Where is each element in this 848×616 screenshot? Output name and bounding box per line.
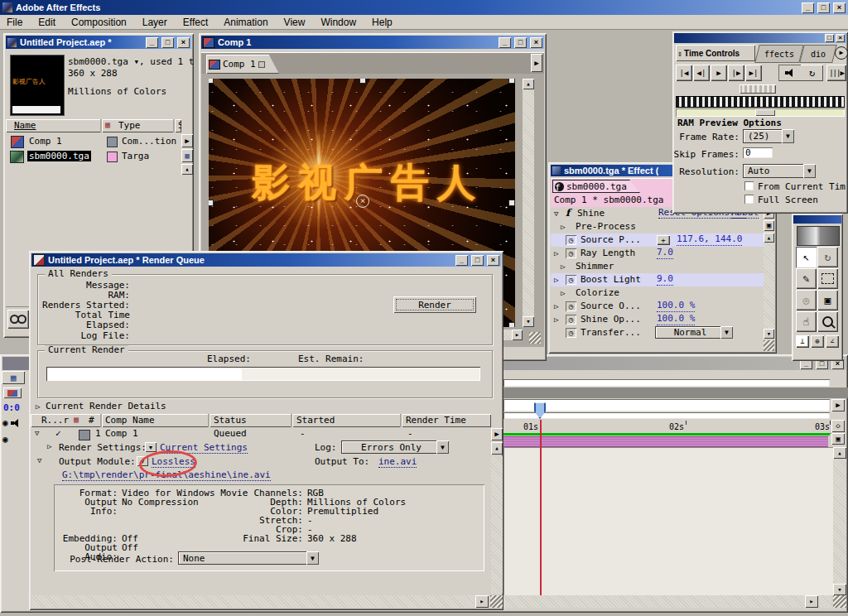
- time-ruler[interactable]: 01s 02s 03s: [504, 420, 831, 434]
- tab-effect-sbm0000[interactable]: f sbm0000.tga: [552, 180, 640, 193]
- hand-tool-button[interactable]: ☝: [796, 311, 817, 332]
- log-dropdown[interactable]: Errors Only ▼: [341, 440, 449, 454]
- palette-maximize-icon[interactable]: □: [825, 34, 834, 42]
- audio-button[interactable]: [778, 65, 801, 81]
- ram-preview-button[interactable]: |||▶: [826, 65, 846, 81]
- timeline-resize-grip[interactable]: [833, 595, 846, 608]
- timeline-hscrollbar[interactable]: ▸: [504, 595, 831, 608]
- project-close-icon[interactable]: ×: [177, 37, 190, 48]
- column-comp-name[interactable]: Comp Name: [105, 415, 155, 426]
- effect-row-source-point[interactable]: ◷ Source P... + 117.6, 144.0: [551, 233, 764, 247]
- world-axis-button[interactable]: ⊕: [811, 335, 824, 348]
- panel-expand-icon[interactable]: ▶: [491, 428, 503, 440]
- layer-handle[interactable]: [359, 79, 366, 84]
- twirl-open-icon[interactable]: ▽: [554, 207, 558, 220]
- project-row-footage[interactable]: sbm0000.tga Targa: [6, 149, 181, 164]
- comp-resize-grip[interactable]: [529, 332, 541, 344]
- rq-resize-grip[interactable]: [490, 595, 503, 608]
- twirl-closed-icon[interactable]: ▷: [561, 260, 565, 273]
- rotate-tool-button[interactable]: ↻: [817, 247, 838, 267]
- tab-comp1[interactable]: Comp 1: [206, 55, 279, 74]
- layer-handle[interactable]: [508, 79, 515, 84]
- app-close-icon[interactable]: ×: [833, 2, 846, 13]
- column-render[interactable]: R...r: [41, 415, 69, 426]
- effect-row-source-opacity[interactable]: ▷ ◷ Source O... 100.0 %: [551, 300, 764, 313]
- twirl-closed-icon[interactable]: ▷: [47, 442, 51, 450]
- full-screen-checkbox[interactable]: [744, 195, 754, 204]
- scroll-down-icon[interactable]: ▾: [523, 316, 534, 327]
- comp-minimize-icon[interactable]: _: [499, 37, 511, 48]
- menu-effect[interactable]: Effect: [183, 17, 208, 28]
- render-button[interactable]: Render: [393, 296, 476, 313]
- stopwatch-icon[interactable]: ◷: [566, 248, 576, 258]
- rq-hscrollbar[interactable]: [31, 595, 475, 608]
- twirl-closed-icon[interactable]: ▷: [561, 220, 565, 233]
- panel-expand-icon[interactable]: ▶: [531, 54, 542, 72]
- column-type[interactable]: Type: [118, 120, 141, 131]
- effect-row-boost-light[interactable]: ▷ ◷ Boost Light 9.0: [551, 273, 764, 286]
- comp-maximize-icon[interactable]: □: [514, 37, 527, 48]
- twirl-closed-icon[interactable]: ▷: [561, 286, 565, 300]
- twirl-open-icon[interactable]: ▽: [35, 429, 39, 437]
- col-sep[interactable]: [400, 414, 402, 427]
- dropdown-arrow-icon[interactable]: ▼: [436, 440, 449, 454]
- palette-menu-icon[interactable]: ▶: [835, 46, 848, 60]
- queue-row[interactable]: ▽ ✓ 1 Comp 1 Queued - -: [31, 428, 491, 440]
- comp-marker-icon[interactable]: ◇: [831, 420, 845, 432]
- scroll-up-icon[interactable]: ▴: [181, 164, 193, 175]
- column-status[interactable]: Status: [214, 415, 247, 426]
- frame-rate-dropdown[interactable]: (25) ▼: [743, 129, 794, 143]
- loop-button[interactable]: ↻: [801, 65, 823, 81]
- render-queue-titlebar[interactable]: Untitled Project.aep * Render Queue _ □ …: [31, 253, 501, 267]
- from-current-time-checkbox[interactable]: [744, 181, 754, 190]
- timeline-vscrollbar[interactable]: ▴ ▾: [833, 447, 846, 595]
- effect-row-shine-opacity[interactable]: ▷ ◷ Shine Op... 100.0 %: [551, 313, 764, 326]
- dropdown-arrow-icon[interactable]: ▼: [782, 129, 794, 143]
- layer-handle[interactable]: [508, 200, 515, 206]
- pen-tool-button[interactable]: ✎: [796, 268, 817, 289]
- scroll-up-icon[interactable]: ▴: [523, 79, 534, 89]
- effect-row-shimmer[interactable]: ▷ Shimmer: [551, 260, 764, 273]
- effect-row-ray-length[interactable]: ▷ ◷ Ray Length 7.0: [551, 247, 764, 260]
- twirl-closed-icon[interactable]: ▷: [36, 402, 40, 411]
- col-sep[interactable]: [291, 414, 292, 427]
- last-frame-button[interactable]: ▶|: [745, 65, 762, 81]
- column-sep2[interactable]: [173, 119, 175, 132]
- work-area-line[interactable]: [504, 433, 830, 436]
- zoom-tool-button[interactable]: [817, 311, 838, 332]
- comp-titlebar[interactable]: Comp 1 _ □ ×: [201, 36, 544, 49]
- jog-control[interactable]: [740, 84, 776, 94]
- effect-resize-grip[interactable]: [764, 340, 774, 351]
- menu-composition[interactable]: Composition: [71, 17, 127, 28]
- effect-row-transfer-mode[interactable]: ◷ Transfer... Normal ▼: [551, 326, 764, 339]
- shuttle-track[interactable]: [676, 108, 845, 117]
- stopwatch-icon[interactable]: ◷: [566, 315, 576, 325]
- column-started[interactable]: Started: [296, 415, 335, 426]
- timeline-track-area[interactable]: [504, 447, 833, 595]
- layer-handle[interactable]: [508, 322, 515, 327]
- property-value[interactable]: 100.0 %: [657, 313, 695, 325]
- scroll-right-icon[interactable]: ▸: [475, 595, 489, 608]
- twirl-closed-icon[interactable]: ▷: [554, 300, 558, 313]
- settings-dropdown-icon[interactable]: ▼: [145, 442, 157, 452]
- menu-layer[interactable]: Layer: [142, 17, 167, 28]
- menu-file[interactable]: File: [7, 17, 22, 28]
- palette-close-icon[interactable]: ×: [836, 34, 845, 42]
- scroll-up-icon[interactable]: ▴: [764, 233, 774, 243]
- scroll-down-icon[interactable]: ▾: [833, 584, 846, 595]
- marquee-tool-button[interactable]: [817, 268, 838, 289]
- menu-animation[interactable]: Animation: [224, 17, 267, 28]
- tab-effects[interactable]: ffects: [754, 45, 803, 63]
- roi-tool-button[interactable]: ▣: [817, 290, 838, 310]
- scroll-up-icon[interactable]: ▴: [491, 442, 503, 455]
- rq-vscrollbar[interactable]: [491, 456, 503, 594]
- tab-time-controls[interactable]: ⇕ Time Controls: [676, 45, 755, 61]
- first-frame-button[interactable]: |◀: [676, 65, 692, 81]
- app-maximize-icon[interactable]: □: [817, 2, 830, 13]
- view-axis-button[interactable]: ∠: [826, 335, 839, 348]
- column-name[interactable]: Name: [14, 120, 36, 131]
- layer-handle[interactable]: [209, 200, 214, 206]
- column-size[interactable]: Si: [178, 120, 181, 131]
- twirl-closed-icon[interactable]: ▷: [554, 273, 558, 286]
- dropdown-arrow-icon[interactable]: ▼: [803, 164, 816, 178]
